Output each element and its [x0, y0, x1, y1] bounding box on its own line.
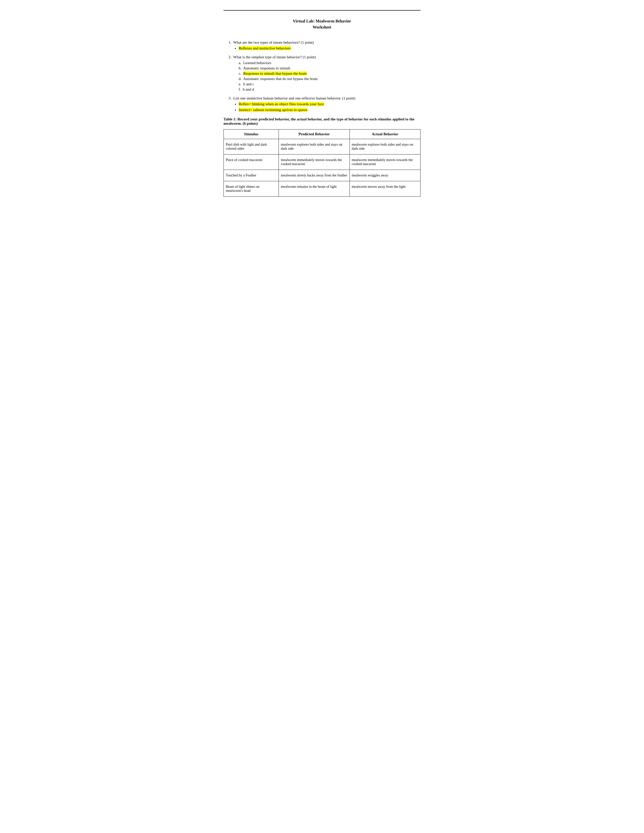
q1-answer-1: Reflexes and instinctive behaviors — [239, 46, 420, 50]
q3-answer-1: Reflex= blinking when an object flies to… — [239, 102, 420, 106]
q2-option-c-label: c. — [239, 71, 241, 76]
q2-option-a-label: a. — [239, 61, 241, 65]
q3-number: 3. — [229, 96, 231, 100]
cell-predicted-2: mealworm immediately moves towards the c… — [279, 154, 349, 170]
title-line2: Worksheet — [224, 24, 420, 30]
question-2: 2. What is the simplest type of innate b… — [229, 55, 420, 92]
question-1-text: 1. What are the two types of innate beha… — [229, 40, 420, 45]
q2-option-c: c. Responses to stimuli that bypass the … — [239, 71, 420, 76]
table-row-4: Beam of light shines on mealworm's headm… — [224, 181, 420, 197]
question-3: 3. List one instinctive human behavior a… — [229, 96, 420, 112]
q2-option-e-label: e. — [239, 82, 241, 86]
header-stimulus: Stimulus — [224, 130, 279, 139]
question-3-answers: Reflex= blinking when an object flies to… — [239, 102, 420, 112]
q1-number: 1. — [229, 40, 231, 44]
cell-stimulus-4: Beam of light shines on mealworm's head — [224, 181, 279, 197]
cell-predicted-4: mealworm remains in the beam of light — [279, 181, 349, 197]
table-section: Table 1: Record your predicted behavior,… — [224, 117, 420, 197]
q2-option-b: b. Automatic responses to stimuli — [239, 66, 420, 71]
cell-stimulus-3: Touched by a Feather — [224, 170, 279, 181]
q3-answer-2: Instinct= salmon swimming upriver to spa… — [239, 108, 420, 112]
question-2-text: 2. What is the simplest type of innate b… — [229, 55, 420, 60]
table-row-2: Piece of cooked macaronimealworm immedia… — [224, 154, 420, 170]
table-header-row: Stimulus Predicted Behavior Actual Behav… — [224, 130, 420, 139]
question-1-answers: Reflexes and instinctive behaviors — [239, 46, 420, 50]
cell-actual-3: mealworm wriggles away — [349, 170, 420, 181]
q2-option-a: a. Learned behaviors — [239, 61, 420, 65]
q2-option-d: d. Automatic responses that do not bypas… — [239, 77, 420, 81]
table-intro: Table 1: Record your predicted behavior,… — [224, 117, 420, 126]
top-divider — [224, 10, 420, 11]
header-predicted: Predicted Behavior — [279, 130, 349, 139]
q2-option-f-label: f. — [239, 87, 241, 92]
q2-option-b-label: b. — [239, 66, 242, 70]
cell-predicted-3: mealworm slowly backs away from the feat… — [279, 170, 349, 181]
cell-actual-2: mealworm immediately moves towards the c… — [349, 154, 420, 170]
header-actual: Actual Behavior — [349, 130, 420, 139]
cell-actual-4: mealworm moves away from the light — [349, 181, 420, 197]
question-2-options: a. Learned behaviors b. Automatic respon… — [239, 61, 420, 92]
behavior-table: Stimulus Predicted Behavior Actual Behav… — [224, 129, 420, 197]
question-3-text: 3. List one instinctive human behavior a… — [229, 96, 420, 100]
q3-answer-1-text: Reflex= blinking when an object flies to… — [239, 102, 324, 106]
table-row-1: Petri dish with light and dark colored s… — [224, 139, 420, 154]
table-row-3: Touched by a Feathermealworm slowly back… — [224, 170, 420, 181]
q1-answer-1-text: Reflexes and instinctive behaviors — [239, 46, 291, 50]
cell-actual-1: mealworm explores both sides and stays o… — [349, 139, 420, 154]
question-1: 1. What are the two types of innate beha… — [229, 40, 420, 50]
title-section: Virtual Lab: Mealworm Behavior Worksheet — [224, 18, 420, 30]
title-line1: Virtual Lab: Mealworm Behavior — [224, 18, 420, 24]
q2-option-f: f. b and d — [239, 87, 420, 92]
q3-answer-2-text: Instinct= salmon swimming upriver to spa… — [239, 108, 308, 112]
q2-option-d-label: d. — [239, 77, 242, 81]
cell-predicted-1: mealworm explores both sides and stays o… — [279, 139, 349, 154]
cell-stimulus-2: Piece of cooked macaroni — [224, 154, 279, 170]
q2-option-c-text: Responses to stimuli that bypass the bra… — [243, 71, 307, 76]
questions-section: 1. What are the two types of innate beha… — [224, 40, 420, 112]
q2-option-e: e. b and c — [239, 82, 420, 86]
q2-number: 2. — [229, 55, 231, 59]
cell-stimulus-1: Petri dish with light and dark colored s… — [224, 139, 279, 154]
